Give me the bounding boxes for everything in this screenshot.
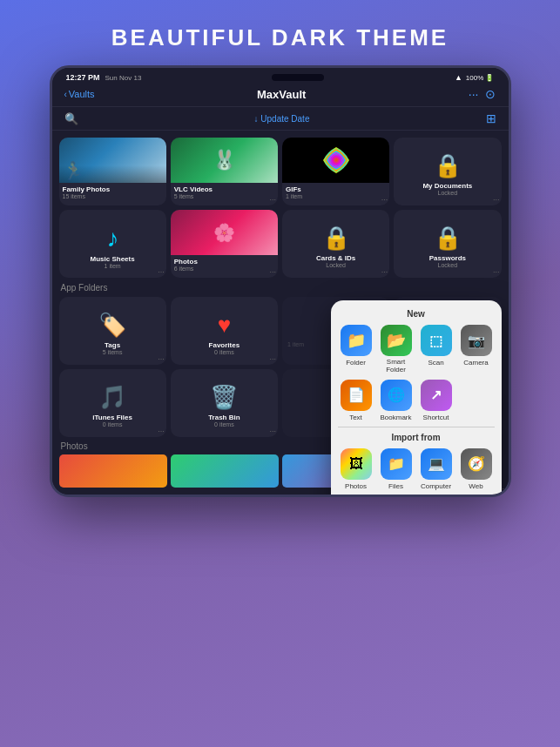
photo-thumb-1[interactable] (59, 454, 167, 488)
popup-smart-folder-label: Smart Folder (378, 359, 415, 374)
popup-item-camera[interactable]: 📷 Camera (458, 325, 495, 374)
folder-label: Family Photos (63, 185, 163, 193)
toolbar: 🔍 ↓ Update Date ⊞ (52, 107, 509, 131)
popup-item-text[interactable]: 📄 Text (338, 380, 374, 421)
folders-row-1: 🏃 Family Photos 15 items ··· 🐰 VLC Video… (59, 138, 502, 205)
folder-more-icon[interactable]: ··· (269, 195, 276, 204)
folder-more-icon[interactable]: ··· (269, 354, 276, 363)
popup-divider (338, 427, 495, 427)
popup-folder-label: Folder (346, 359, 366, 367)
popup-import-computer[interactable]: 💻 Computer (418, 448, 455, 490)
folder-label: GIFs (286, 185, 386, 193)
folder-more-icon[interactable]: ··· (381, 267, 388, 276)
vlc-thumbnail: 🐰 (171, 138, 278, 183)
popup-item-folder[interactable]: 📁 Folder (338, 325, 374, 374)
folder-sublabel: Locked (397, 190, 497, 196)
folder-favorites[interactable]: ♥ Favorites 0 items ··· (171, 297, 278, 365)
popup-import-web[interactable]: 🧭 Web (458, 448, 495, 490)
folder-family-photos[interactable]: 🏃 Family Photos 15 items ··· (59, 138, 166, 205)
folder-trash-bin[interactable]: 🗑️ Trash Bin 0 items ··· (171, 369, 278, 437)
wifi-icon: ▲ (455, 73, 462, 82)
folder-sublabel: 5 items (174, 193, 274, 199)
folder-more-icon[interactable]: ··· (269, 267, 276, 276)
itunes-icon: 🎵 (98, 384, 126, 411)
folder-sublabel: 0 items (174, 349, 274, 355)
trash-icon: 🗑️ (210, 384, 238, 411)
folder-my-documents[interactable]: 🔒 My Documents Locked ··· (394, 138, 501, 205)
nav-more-icon[interactable]: ··· (469, 87, 479, 101)
popup-item-smart-folder[interactable]: 📂 Smart Folder (378, 325, 415, 374)
folder-sublabel: 1 item (63, 263, 163, 269)
popup-menu: New 📁 Folder 📂 Smart Folder ⬚ Scan (331, 300, 502, 497)
nav-bar: ‹ Vaults MaxVault ··· ⊙ (52, 84, 509, 107)
popup-clipboard-item[interactable]: 📋 Clipboard (341, 495, 373, 497)
photo-thumb-2[interactable] (171, 454, 279, 488)
popup-bookmark-label: Bookmark (380, 414, 411, 421)
back-button[interactable]: ‹ Vaults (64, 89, 95, 99)
folder-more-icon[interactable]: ··· (381, 195, 388, 204)
popup-photos-import-label: Photos (345, 482, 367, 490)
popup-import-photos[interactable]: 🖼 Photos (338, 448, 374, 490)
folder-sublabel: Locked (286, 262, 386, 268)
folder-photos[interactable]: 🌸 Photos 6 items ··· (171, 210, 278, 278)
popup-web-import-icon: 🧭 (461, 448, 492, 480)
folder-cards-ids[interactable]: 🔒 Cards & IDs Locked ··· (282, 210, 389, 278)
folder-more-icon[interactable]: ··· (493, 195, 500, 204)
folder-more-icon[interactable]: ··· (269, 427, 276, 435)
popup-files-import-label: Files (388, 482, 403, 490)
folder-music-sheets[interactable]: ♪ Music Sheets 1 item ··· (59, 210, 166, 278)
popup-clipboard-icon: 📋 (341, 495, 373, 497)
popup-item-bookmark[interactable]: 🌐 Bookmark (378, 380, 415, 421)
popup-import-files[interactable]: 📁 Files (378, 448, 415, 490)
folder-sublabel: 1 item (286, 193, 386, 199)
music-icon: ♪ (106, 225, 118, 252)
nav-profile-icon[interactable]: ⊙ (485, 87, 496, 101)
folder-tags[interactable]: 🏷️ Tags 5 items ··· (59, 297, 166, 365)
folder-passwords[interactable]: 🔒 Passwords Locked ··· (394, 210, 501, 278)
folder-label: Photos (174, 258, 274, 266)
folder-label: My Documents (397, 182, 497, 190)
tags-icon: 🏷️ (98, 312, 126, 339)
popup-smart-folder-icon: 📂 (381, 325, 412, 356)
folder-vlc-videos[interactable]: 🐰 VLC Videos 5 items ··· (171, 138, 278, 205)
sort-button[interactable]: ↓ Update Date (254, 114, 310, 124)
popup-item-shortcut[interactable]: ↗ Shortcut (418, 380, 455, 421)
content-area: 🏃 Family Photos 15 items ··· 🐰 VLC Video… (52, 131, 509, 495)
popup-web-import-label: Web (469, 482, 482, 490)
popup-computer-import-icon: 💻 (421, 448, 452, 480)
back-chevron-icon: ‹ (64, 90, 67, 99)
popup-bookmark-icon: 🌐 (381, 380, 412, 411)
popup-shortcut-label: Shortcut (423, 414, 449, 421)
folder-label: iTunes Files (63, 414, 163, 421)
popup-camera-icon: 📷 (461, 325, 492, 356)
folder-sublabel: Locked (397, 262, 497, 268)
folder-sublabel: 0 items (63, 421, 163, 427)
popup-files-import-icon: 📁 (381, 448, 412, 480)
folder-more-icon[interactable]: ··· (158, 427, 165, 435)
popup-text-label: Text (349, 414, 362, 421)
folder-more-icon[interactable]: ··· (158, 354, 165, 363)
battery-icon: 100% 🔋 (466, 74, 495, 82)
status-date: Sun Nov 13 (105, 74, 142, 82)
back-label: Vaults (69, 89, 95, 99)
folder-label: Cards & IDs (286, 254, 386, 262)
folder-itunes-files[interactable]: 🎵 iTunes Files 0 items ··· (59, 369, 166, 437)
popup-item-scan[interactable]: ⬚ Scan (418, 325, 455, 374)
ipad-frame: 12:27 PM Sun Nov 13 ▲ 100% 🔋 ‹ Vaults Ma… (50, 65, 511, 497)
popup-scan-label: Scan (428, 359, 443, 367)
popup-text-icon: 📄 (341, 380, 372, 411)
folder-gifs[interactable]: GIFs 1 item ··· (282, 138, 389, 205)
status-bar: 12:27 PM Sun Nov 13 ▲ 100% 🔋 (52, 68, 509, 84)
folder-more-icon[interactable]: ··· (493, 267, 500, 276)
photos-thumbnail: 🌸 (171, 210, 278, 255)
search-icon[interactable]: 🔍 (64, 112, 78, 125)
folder-sublabel: 6 items (174, 266, 274, 272)
popup-shortcut-icon: ↗ (421, 380, 452, 411)
folder-more-icon[interactable]: ··· (158, 267, 165, 276)
grid-view-icon[interactable]: ⊞ (486, 111, 496, 125)
folder-label: Passwords (397, 254, 497, 262)
popup-computer-import-label: Computer (421, 482, 451, 490)
folder-label: Favorites (174, 341, 274, 349)
passwords-lock-icon: 🔒 (434, 225, 462, 252)
folder-label: VLC Videos (174, 185, 274, 193)
